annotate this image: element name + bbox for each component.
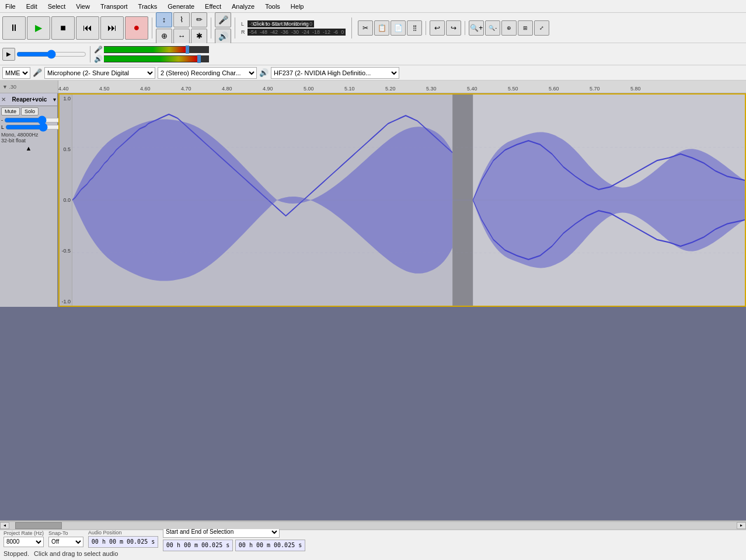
menu-effect[interactable]: Effect: [202, 2, 224, 11]
y-label-1.0: 1.0: [63, 96, 71, 102]
cut-button[interactable]: ✂: [358, 20, 373, 36]
y-label-0.5: 0.5: [63, 146, 71, 152]
menu-view[interactable]: View: [73, 2, 93, 11]
audio-position-label: Audio Position: [88, 530, 158, 536]
zoom-width-button[interactable]: ⊞: [518, 20, 533, 36]
pause-button[interactable]: ⏸: [2, 16, 26, 40]
vu-meter-bottom: R -54 -48 -42 -36 -30 -24 -18 -12 -6 0: [241, 29, 346, 36]
menu-file[interactable]: File: [2, 2, 19, 11]
skip-end-button[interactable]: ⏭: [100, 16, 124, 40]
separator-4: [351, 18, 352, 38]
track-header: ✕ Reaper+voic ▾: [0, 93, 57, 106]
project-rate-select[interactable]: 8000: [4, 537, 44, 547]
zoom-in-button[interactable]: 🔍+: [469, 20, 484, 36]
gain-minus-label: -: [1, 117, 3, 123]
output-device-select[interactable]: HF237 (2- NVIDIA High Definitio...: [271, 67, 399, 79]
mic-level-thumb[interactable]: [186, 46, 189, 54]
channels-select[interactable]: 2 (Stereo) Recording Char...: [158, 67, 257, 79]
y-label-0.0: 0.0: [63, 197, 71, 203]
statusbar: Project Rate (Hz) 8000 Snap-To Off Audio…: [0, 530, 746, 560]
zoom-out-button[interactable]: 🔍-: [485, 20, 500, 36]
speaker-icon-device: 🔊: [259, 68, 269, 77]
playback-vu: 🎤 🔊: [94, 46, 209, 63]
scroll-track[interactable]: [9, 522, 737, 529]
vu-meter-top: L -54 -48 -42 Click to Start Monitoring …: [241, 20, 346, 27]
selection-tool-button[interactable]: ↕: [156, 12, 172, 27]
menu-transport[interactable]: Transport: [97, 2, 131, 11]
menu-select[interactable]: Select: [45, 2, 69, 11]
record-button[interactable]: ●: [125, 16, 148, 40]
host-select[interactable]: MME: [2, 67, 30, 79]
menu-analyze[interactable]: Analyze: [229, 2, 257, 11]
menu-help[interactable]: Help: [288, 2, 307, 11]
playback-vu-row: 🎤: [94, 46, 209, 54]
skip-start-button[interactable]: ⏮: [76, 16, 99, 40]
track-info: Mono, 48000Hz 32-bit float: [0, 131, 57, 145]
audio-position-group: Audio Position: [88, 530, 158, 548]
track-arrow[interactable]: ▲: [0, 145, 57, 152]
play-button[interactable]: ▶: [27, 16, 50, 40]
track-collapse-button[interactable]: ▾: [53, 96, 56, 103]
separator-1: [152, 18, 152, 38]
ruler-ticks[interactable]: 4.40 4.50 4.60 4.70 4.80 4.90 5.00 5.10 …: [58, 80, 746, 93]
speed-slider[interactable]: [16, 50, 86, 59]
ruler-label-spacer: ▼ .30: [0, 80, 58, 93]
scroll-right-button[interactable]: ▸: [737, 522, 746, 529]
y-label-m1.0: -1.0: [61, 299, 71, 304]
track-close-button[interactable]: ✕: [1, 96, 6, 103]
snap-to-group: Snap-To Off: [48, 530, 83, 547]
mic-button[interactable]: 🎤: [215, 12, 231, 27]
waveform-area[interactable]: 1.0 0.5 0.0 -0.5 -1.0: [58, 93, 746, 307]
paste-button[interactable]: 📄: [391, 20, 406, 36]
empty-tracks-area: [0, 307, 746, 520]
tool-buttons: ↕ ⌇ ✏ ⊕ ↔ ✱: [156, 12, 207, 44]
zoom-fit-button[interactable]: ⊕: [501, 20, 517, 36]
mic-level-fill: [104, 47, 186, 52]
edit-buttons: ✂ 📋 📄 ⣿ ↩ ↪ 🔍+ 🔍- ⊕ ⊞ ⤢: [358, 20, 549, 36]
snap-to-label: Snap-To: [48, 530, 83, 536]
timeshift-tool-button[interactable]: ↔: [173, 29, 190, 44]
menu-tracks[interactable]: Tracks: [135, 2, 161, 11]
mic-level-track: [104, 46, 209, 53]
audio-position-field[interactable]: [88, 536, 158, 548]
project-rate-group: Project Rate (Hz) 8000: [4, 530, 44, 547]
envelope-tool-button[interactable]: ⌇: [173, 12, 190, 27]
undo-button[interactable]: ↩: [430, 20, 445, 36]
menu-generate[interactable]: Generate: [165, 2, 197, 11]
stopped-label: Stopped.: [4, 550, 29, 557]
scroll-left-button[interactable]: ◂: [0, 522, 9, 529]
speaker-button[interactable]: 🔊: [215, 29, 231, 44]
click-monitoring-label[interactable]: Click to Start Monitoring: [253, 21, 309, 27]
draw-tool-button[interactable]: ✏: [191, 12, 207, 27]
zoom-tool-button[interactable]: ⊕: [156, 29, 172, 44]
multi-tool-button[interactable]: ✱: [191, 29, 207, 44]
menu-tools[interactable]: Tools: [262, 2, 283, 11]
hscrollbar: ◂ ▸: [0, 520, 746, 530]
project-rate-label: Project Rate (Hz): [4, 530, 44, 536]
input-device-select[interactable]: Microphone (2- Shure Digital: [44, 67, 155, 79]
sep-t2: [90, 46, 90, 62]
statusbar-bottom: Stopped. Click and drag to select audio: [0, 547, 746, 560]
menubar: File Edit Select View Transport Tracks G…: [0, 0, 746, 13]
zoom-full-button[interactable]: ⤢: [534, 20, 549, 36]
copy-button[interactable]: 📋: [374, 20, 389, 36]
sep-r: [426, 21, 426, 35]
device-row: MME 🎤 Microphone (2- Shure Digital 2 (St…: [0, 65, 746, 80]
playback-play-button[interactable]: ▶: [2, 48, 15, 61]
speaker-level-thumb[interactable]: [197, 55, 201, 63]
timeline-ruler: ▼ .30 4.40 4.50 4.60 4.70 4.80 4.90 5.00…: [0, 80, 746, 93]
stop-button[interactable]: ■: [51, 16, 75, 40]
speaker-level-fill: [104, 56, 197, 62]
menu-edit[interactable]: Edit: [23, 2, 40, 11]
waveform-y-labels: 1.0 0.5 0.0 -0.5 -1.0: [60, 94, 72, 306]
redo-button[interactable]: ↪: [446, 20, 461, 36]
solo-button[interactable]: Solo: [21, 107, 39, 116]
waveform-svg: [72, 94, 745, 306]
mic-icon: 🎤: [33, 68, 42, 77]
mute-button[interactable]: Mute: [1, 107, 20, 116]
track-area: ✕ Reaper+voic ▾ Mute Solo - + L R Mono, …: [0, 93, 746, 307]
scroll-thumb[interactable]: [15, 522, 62, 529]
track-controls: ✕ Reaper+voic ▾ Mute Solo - + L R Mono, …: [0, 93, 58, 307]
snap-to-select[interactable]: Off: [48, 537, 83, 547]
trim-button[interactable]: ⣿: [407, 20, 422, 36]
